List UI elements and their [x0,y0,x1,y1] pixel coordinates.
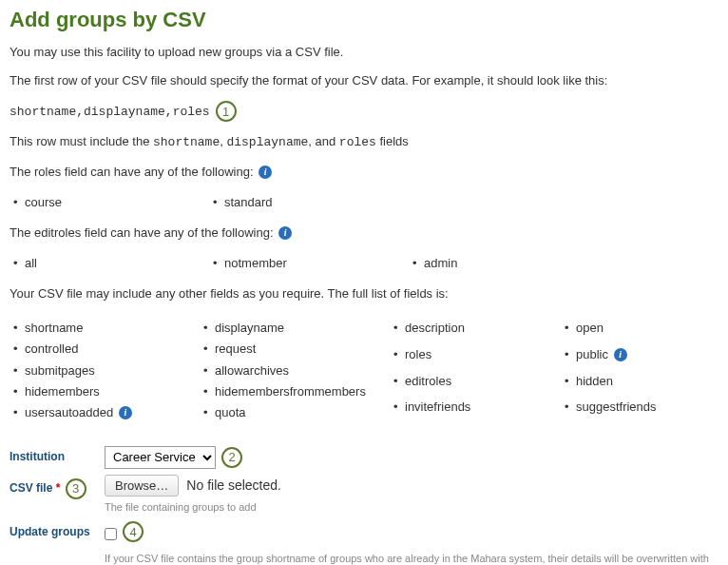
list-item: public i [561,344,713,371]
list-item: course [10,192,200,213]
list-item: hidemembers [10,381,200,402]
list-item: editroles [390,371,561,398]
file-status: No file selected. [186,477,281,493]
list-item: displayname [200,318,390,339]
list-item: shortname [10,318,200,339]
first-row-intro: The first row of your CSV file should sp… [10,72,718,89]
list-item: request [200,339,390,360]
annotation-1: 1 [216,101,237,122]
roles-list: course standard [10,192,718,213]
csv-header-example: shortname,displayname,roles [10,105,210,119]
institution-label: Institution [10,446,105,463]
annotation-3: 3 [66,478,86,499]
list-item: description [390,318,561,344]
csvfile-label: CSV file * 3 [10,475,105,499]
list-item: standard [209,192,399,213]
page-title: Add groups by CSV [10,8,718,32]
intro-text: You may use this facility to upload new … [10,44,718,61]
fields-col-1: shortname controlled submitpages hidemem… [10,318,200,422]
annotation-4: 4 [123,521,144,542]
list-item: roles [390,344,561,371]
editroles-intro: The editroles field can have any of the … [10,224,718,242]
list-item: usersautoadded i [10,402,200,423]
annotation-2: 2 [221,447,242,468]
update-help: If your CSV file contains the group shor… [105,552,713,565]
list-item: hidemembersfrommembers [200,381,390,402]
info-icon[interactable]: i [614,348,627,361]
update-checkbox[interactable] [105,528,117,540]
list-item: notmember [209,253,399,274]
roles-intro: The roles field can have any of the foll… [10,164,718,181]
list-item: allowarchives [200,360,390,381]
list-item: submitpages [10,360,200,381]
csvfile-help: The file containing groups to add [105,500,713,514]
full-list-intro: Your CSV file may include any other fiel… [10,285,718,302]
info-icon[interactable]: i [278,226,292,240]
institution-select[interactable]: Career Service [105,446,216,469]
list-item: hidden [561,371,713,398]
editroles-list: all notmember admin [10,253,718,274]
mandatory-row: This row must include the shortname, dis… [10,133,718,151]
browse-button[interactable]: Browse… [105,475,179,497]
list-item: controlled [10,339,200,360]
list-item: open [561,318,713,344]
info-icon[interactable]: i [119,406,132,419]
list-item: admin [409,253,599,274]
fields-col-3: description roles editroles invitefriend… [390,318,561,422]
list-item: invitefriends [390,397,561,423]
list-item: suggestfriends [561,397,713,423]
update-label: Update groups [10,521,105,538]
list-item: quota [200,402,390,423]
info-icon[interactable]: i [259,166,272,179]
fields-col-2: displayname request allowarchives hideme… [200,318,390,422]
list-item: all [10,253,200,274]
fields-col-4: open public i hidden suggestfriends [561,318,713,422]
